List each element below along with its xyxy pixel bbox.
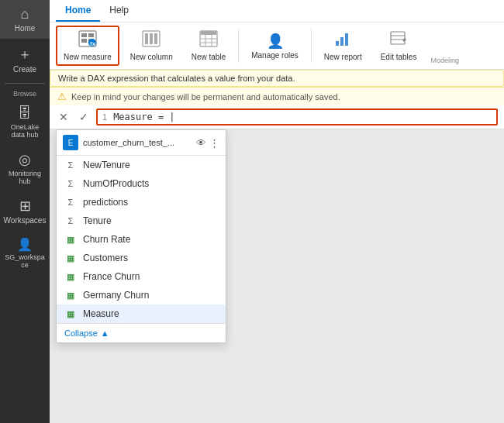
onelake-icon: 🗄 [18,105,32,122]
new-measure-icon: fx [78,30,97,51]
dropdown-item-numofproducts-label: NumOfProducts [83,178,149,189]
manage-roles-button[interactable]: 👤 Manage roles [243,26,306,66]
dropdown-table-title: customer_churn_test_... [83,138,192,147]
dropdown-item-customers-label: Customers [83,253,128,263]
svg-rect-2 [88,33,94,37]
home-icon: ⌂ [21,6,29,22]
modeling-label: Modeling [427,55,462,66]
confirm-formula-button[interactable]: ✓ [76,109,91,125]
sg-workspace-icon: 👤 [17,237,33,252]
dropdown-item-customers[interactable]: ▦ Customers [57,249,226,267]
dropdown-header: E customer_churn_test_... 👁 ⋮ [57,130,226,156]
edit-tables-label: Edit tables [381,53,417,61]
new-column-label: New column [130,53,173,61]
dropdown-item-francechurn-label: France Churn [83,271,140,282]
dropdown-item-measure-label: Measure [83,308,119,319]
manage-roles-label: Manage roles [251,51,299,60]
svg-rect-20 [391,32,405,44]
sidebar-item-sg-workspace-label: SG_workspace [5,253,45,269]
svg-rect-10 [154,33,157,44]
dropdown-item-churnrate-label: Churn Rate [83,234,130,245]
collapse-icon: ▲ [101,328,109,338]
sidebar-item-monitoring-label: Monitoringhub [9,170,41,185]
sidebar: ⌂ Home ＋ Create Browse 🗄 OneLakedata hub… [0,0,50,423]
warning-text: Keep in mind your changes will be perman… [71,92,340,101]
ribbon-sep-2 [311,29,312,63]
dropdown-collapse[interactable]: Collapse ▲ [57,324,226,342]
svg-rect-17 [336,41,339,46]
new-column-icon [142,30,161,51]
tooltip-bar: Write a DAX expression that calculates a… [50,70,504,87]
sidebar-item-workspaces-label: Workspaces [4,216,47,225]
new-table-label: New table [192,53,226,61]
dropdown-item-measure[interactable]: ▦ Measure [57,304,226,323]
formula-input-wrapper: 1 [96,108,498,126]
new-report-label: New report [324,53,362,61]
field-dropdown: E customer_churn_test_... 👁 ⋮ Σ NewTenur… [56,129,226,343]
sidebar-item-home-label: Home [15,24,36,33]
tooltip-text: Write a DAX expression that calculates a… [58,74,295,83]
sidebar-item-create[interactable]: ＋ Create [0,39,50,80]
collapse-label: Collapse [64,328,98,338]
tab-help[interactable]: Help [100,0,138,22]
dropdown-item-francechurn[interactable]: ▦ France Churn [57,267,226,286]
sidebar-item-create-label: Create [13,65,36,74]
edit-tables-icon [389,30,408,51]
dropdown-item-newtenure-label: NewTenure [83,160,130,170]
create-icon: ＋ [18,45,32,64]
dropdown-table-icon-label: E [68,139,74,147]
dropdown-table-icon: E [63,135,78,150]
measure-icon-churnrate: ▦ [64,235,77,245]
svg-rect-19 [345,33,348,46]
measure-icon-francechurn: ▦ [64,272,77,282]
ribbon: Home Help fx New measure [50,0,504,70]
svg-rect-1 [81,33,87,37]
sidebar-item-onelake[interactable]: 🗄 OneLakedata hub [0,99,50,145]
formula-line-number: 1 [102,112,107,122]
main-area: Home Help fx New measure [50,0,504,423]
new-measure-button[interactable]: fx New measure [56,26,119,66]
measure-icon-measure: ▦ [64,309,77,319]
ribbon-content: fx New measure New column [50,22,504,69]
dropdown-item-germanychurn-label: Germany Churn [83,290,149,301]
sidebar-item-workspaces[interactable]: ⊞ Workspaces [0,191,50,231]
sidebar-item-home[interactable]: ⌂ Home [0,0,50,39]
dropdown-header-eye-icon[interactable]: 👁 [196,137,206,149]
dropdown-item-tenure[interactable]: Σ Tenure [57,212,226,230]
manage-roles-icon: 👤 [267,33,284,50]
sidebar-item-onelake-label: OneLakedata hub [11,123,40,139]
cancel-formula-button[interactable]: ✕ [56,109,71,125]
new-table-button[interactable]: New table [184,26,233,66]
svg-text:fx: fx [90,40,96,47]
browse-label: Browse [10,90,40,98]
dropdown-item-newtenure[interactable]: Σ NewTenure [57,156,226,174]
dropdown-item-churnrate[interactable]: ▦ Churn Rate [57,230,226,249]
warning-bar: ⚠ Keep in mind your changes will be perm… [50,87,504,105]
warning-icon: ⚠ [57,91,67,102]
sidebar-divider-1 [5,83,44,84]
dropdown-header-more-icon[interactable]: ⋮ [209,137,219,149]
new-measure-label: New measure [64,53,112,61]
edit-tables-button[interactable]: Edit tables [373,26,425,66]
ribbon-sep-1 [238,29,239,63]
dropdown-item-germanychurn[interactable]: ▦ Germany Churn [57,286,226,304]
measure-icon-germanychurn: ▦ [64,291,77,301]
sigma-icon-predictions: Σ [64,198,77,207]
formula-bar: ✕ ✓ 1 [50,105,504,129]
content-area: E customer_churn_test_... 👁 ⋮ Σ NewTenur… [50,129,504,423]
new-column-button[interactable]: New column [123,26,181,66]
svg-rect-9 [150,33,153,44]
new-report-icon [333,30,352,51]
sigma-icon-tenure: Σ [64,216,77,225]
dropdown-item-predictions[interactable]: Σ predictions [57,193,226,212]
dropdown-item-numofproducts[interactable]: Σ NumOfProducts [57,174,226,193]
sidebar-item-sg-workspace[interactable]: 👤 SG_workspace [0,231,50,275]
formula-input[interactable] [113,112,492,122]
dropdown-header-actions: 👁 ⋮ [196,137,219,149]
tab-home[interactable]: Home [56,0,100,22]
svg-rect-18 [340,37,343,46]
sidebar-item-monitoring[interactable]: ◎ Monitoringhub [0,145,50,191]
svg-rect-12 [201,31,216,35]
new-table-icon [199,30,218,51]
new-report-button[interactable]: New report [316,26,370,66]
